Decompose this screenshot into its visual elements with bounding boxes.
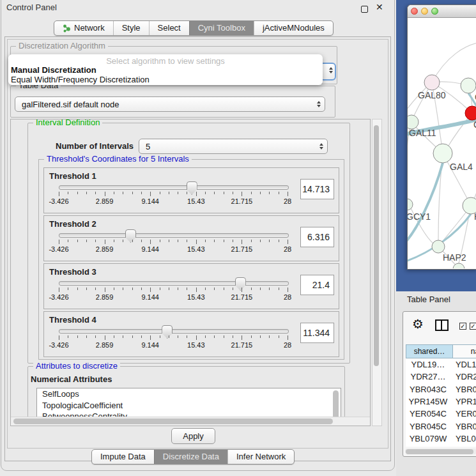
apply-button[interactable]: Apply xyxy=(171,428,215,444)
tick-label: -3.426 xyxy=(49,293,68,301)
table-row[interactable]: YLR345WYLR3 xyxy=(406,445,476,447)
table-row[interactable]: YER054CYER0 xyxy=(406,408,476,420)
table-row[interactable]: YBR043CYBR0 xyxy=(406,383,476,395)
table-data-group: Table Data galFiltered.sif default node xyxy=(10,86,335,118)
attribute-list-item[interactable]: SelfLoops xyxy=(37,388,341,400)
tab-jactivemnodules[interactable]: jActiveMNodules xyxy=(254,21,333,35)
tick-label: 9.144 xyxy=(141,197,159,205)
cell-name: YER0 xyxy=(450,409,476,418)
table-horizontal-scrollbar[interactable] xyxy=(405,449,476,454)
settings-viewport: Interval Definition Number of Intervals … xyxy=(10,119,371,426)
threshold-value-field[interactable]: 6.316 xyxy=(300,227,334,247)
dropdown-option[interactable]: Equal Width/Frequency Discretization xyxy=(11,75,150,84)
tick-label: 2.859 xyxy=(96,245,114,253)
list-scrollbar-thumb[interactable] xyxy=(333,390,339,420)
tab-label: Infer Network xyxy=(236,450,286,464)
gear-icon[interactable]: ⚙ xyxy=(412,318,424,330)
tick-label: 9.144 xyxy=(141,245,159,253)
threshold-slider[interactable] xyxy=(59,281,289,286)
thresholds-group-title: Threshold's Coordinates for 5 Intervals xyxy=(44,155,192,164)
tab-impute-data[interactable]: Impute Data xyxy=(92,450,154,464)
node-label: HAP2 xyxy=(443,252,466,263)
viewport-horizontal-scrollbar[interactable] xyxy=(11,417,370,426)
close-traffic-light-icon[interactable] xyxy=(411,8,418,15)
table-row[interactable]: YBL079WYBL0 xyxy=(406,433,476,445)
table-row[interactable]: YPR145WYPR1 xyxy=(406,395,476,408)
hscrollbar-thumb[interactable] xyxy=(406,449,473,454)
tab-infer-network[interactable]: Infer Network xyxy=(227,450,294,464)
slider-tick-labels: -3.4262.8599.14415.4321.71528 xyxy=(59,245,288,254)
network-window-titlebar[interactable] xyxy=(408,5,476,18)
numerical-attributes-label: Numerical Attributes xyxy=(31,374,112,384)
network-node[interactable] xyxy=(461,78,476,93)
node-label: GCY1 xyxy=(408,211,431,222)
network-node[interactable] xyxy=(424,75,440,90)
tab-network[interactable]: Network xyxy=(54,21,113,35)
tick-label: 15.43 xyxy=(187,293,205,301)
interval-definition-title: Interval Definition xyxy=(33,119,102,127)
network-edge[interactable] xyxy=(432,42,476,82)
node-label: GAL11 xyxy=(409,128,436,138)
threshold-value-field[interactable]: 11.344 xyxy=(300,323,334,343)
cell-shared-name: YBR045C xyxy=(406,422,450,431)
float-window-icon[interactable] xyxy=(361,6,368,13)
network-canvas[interactable]: GAL80GAGAL11CGAL4GCY1HHAP2 xyxy=(408,18,476,268)
slider-ticks xyxy=(59,240,288,245)
vscrollbar-thumb[interactable] xyxy=(374,125,379,366)
control-panel-title: Control Panel xyxy=(6,3,57,12)
bottom-tab-strip: Impute DataDiscretize DataInfer Network xyxy=(91,449,295,464)
threshold-label: Threshold 1 xyxy=(49,171,96,181)
viewport-vertical-scrollbar[interactable] xyxy=(372,119,382,426)
hscrollbar-thumb[interactable] xyxy=(13,418,333,424)
tab-select[interactable]: Select xyxy=(149,21,189,35)
cell-shared-name: YDR27… xyxy=(406,372,450,381)
table-row[interactable]: YDL19…YDL1 xyxy=(406,358,476,371)
interval-definition-group: Interval Definition Number of Intervals … xyxy=(27,123,350,364)
attributes-group-title: Attributes to discretize xyxy=(33,362,120,371)
threshold-slider[interactable] xyxy=(59,329,289,334)
network-node[interactable] xyxy=(432,240,445,253)
dropdown-option[interactable]: Manual Discretization xyxy=(11,65,96,75)
threshold-value-field[interactable]: 14.713 xyxy=(300,179,334,199)
checkbox-icon[interactable]: ✓ xyxy=(459,323,466,330)
threshold-slider[interactable] xyxy=(59,233,289,238)
table-data-combobox-value: galFiltered.sif default node xyxy=(15,100,313,109)
network-node[interactable] xyxy=(433,144,452,163)
threshold-value-field[interactable]: 21.4 xyxy=(300,275,334,295)
checkbox-icon[interactable]: ✓ xyxy=(470,323,476,330)
close-icon[interactable]: ✕ xyxy=(376,2,383,12)
table-data-combobox[interactable]: galFiltered.sif default node xyxy=(15,96,325,112)
screen: Control Panel ✕ NetworkStyleSelectCyni T… xyxy=(0,0,476,476)
tick-label: 21.715 xyxy=(231,341,253,349)
attribute-list-item[interactable]: TopologicalCoefficient xyxy=(37,400,341,411)
tab-style[interactable]: Style xyxy=(113,21,149,35)
zoom-traffic-light-icon[interactable] xyxy=(431,8,438,15)
threshold-panel: Threshold 1 -3.4262.8599.14415.4321.7152… xyxy=(43,167,339,213)
combo-stepper-icon xyxy=(316,143,327,150)
tab-discretize-data[interactable]: Discretize Data xyxy=(154,450,227,464)
right-area: GAL80GAGAL11CGAL4GCY1HHAP2 Table Panel ⚙… xyxy=(396,0,476,476)
table-header-row: shared… na xyxy=(406,344,476,358)
network-node[interactable] xyxy=(465,106,476,120)
node-label: C xyxy=(473,119,476,130)
column-header-name[interactable]: na xyxy=(453,344,476,358)
table-row[interactable]: YDR27…YDR2 xyxy=(406,371,476,383)
combo-stepper-icon xyxy=(329,67,333,73)
threshold-panel: Threshold 2 -3.4262.8599.14415.4321.7152… xyxy=(43,215,339,261)
minimize-traffic-light-icon[interactable] xyxy=(421,8,428,15)
network-node[interactable] xyxy=(408,115,418,129)
table-row[interactable]: YBR045CYBR0 xyxy=(406,420,476,432)
tick-label: -3.426 xyxy=(49,197,68,205)
network-node[interactable] xyxy=(408,199,413,210)
split-pane-icon[interactable] xyxy=(435,319,449,331)
number-of-intervals-combobox[interactable]: 5 xyxy=(139,139,328,154)
threshold-stack: Threshold 1 -3.4262.8599.14415.4321.7152… xyxy=(43,167,339,359)
threshold-slider[interactable] xyxy=(59,185,289,190)
tick-label: 28 xyxy=(284,197,291,205)
tick-label: 2.859 xyxy=(96,293,114,301)
tab-cyni-toolbox[interactable]: Cyni Toolbox xyxy=(189,21,254,35)
cell-shared-name: YER054C xyxy=(406,409,450,418)
column-header-shared-name[interactable]: shared… xyxy=(406,344,453,358)
discretization-algorithm-title: Discretization Algorithm xyxy=(16,42,108,50)
threshold-label: Threshold 3 xyxy=(49,267,96,277)
